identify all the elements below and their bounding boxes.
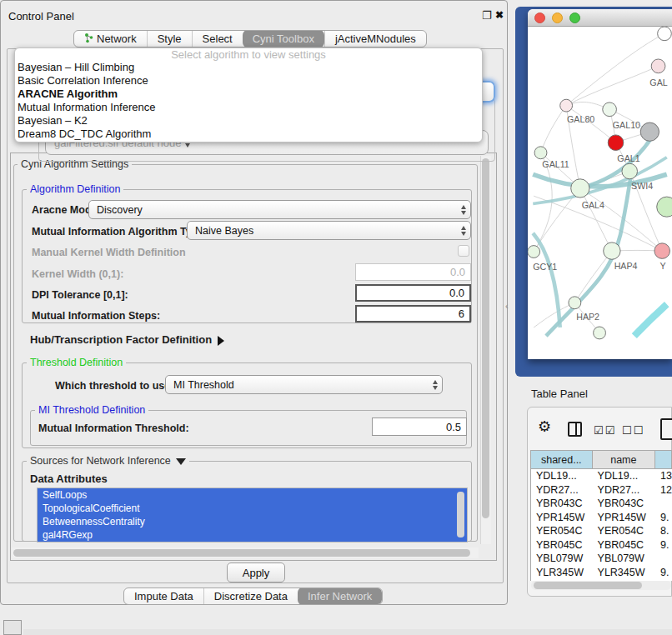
kernel-width-field[interactable]: 0.0 (355, 263, 471, 281)
table-cell: YBR043C (531, 497, 593, 511)
network-edge-thick[interactable] (634, 304, 667, 336)
table-row[interactable]: YDL19...YDL19...13 (531, 469, 672, 483)
manual-kernel-width-checkbox[interactable] (458, 245, 469, 257)
table-function-icon[interactable] (660, 418, 672, 440)
table-cell: YER054C (531, 524, 593, 538)
network-edge[interactable] (580, 188, 612, 251)
algorithm-option[interactable]: ARACNE Algorithm (15, 88, 482, 101)
table-cell: YDL19... (593, 469, 656, 483)
tab-jactivemnodules[interactable]: jActiveMNodules (324, 31, 426, 47)
network-node-label: Y (659, 261, 665, 271)
deselect-all-checkboxes-icon[interactable]: ☐☐ (622, 424, 644, 437)
network-node-gal1[interactable] (608, 135, 624, 151)
table-cell: YER054C (593, 524, 656, 538)
apply-button-label: Apply (243, 567, 270, 579)
table-row[interactable]: YLR345WYLR345W9. (531, 566, 672, 580)
attributes-scrollbar-thumb[interactable] (457, 492, 464, 538)
column-chooser-icon[interactable] (568, 422, 582, 437)
network-node[interactable] (640, 122, 659, 141)
table-row[interactable]: YER054CYER054C8. (531, 524, 672, 538)
table-column-header[interactable]: name (593, 451, 656, 468)
tab-cyni-toolbox[interactable]: Cyni Toolbox (243, 30, 324, 48)
network-edge[interactable] (574, 251, 612, 302)
network-node-gal80[interactable] (560, 99, 573, 112)
network-node[interactable] (658, 27, 672, 41)
data-attribute-item[interactable]: BetweennessCentrality (38, 515, 467, 528)
mi-threshold-field[interactable]: 0.5 (372, 418, 467, 436)
network-window-titlebar[interactable] (528, 9, 672, 27)
table-column-header[interactable]: shared... (531, 451, 593, 468)
algorithm-option[interactable]: Bayesian – Hill Climbing (15, 61, 482, 74)
manual-kernel-width-label: Manual Kernel Width Definition (32, 247, 186, 258)
control-panel-title: Control Panel (8, 10, 74, 22)
tab-label: Network (97, 32, 137, 45)
tab-select[interactable]: Select (192, 31, 243, 47)
screen: Control Panel ❐ ✖ NetworkStyleSelectCyni… (0, 0, 672, 635)
data-attributes-list[interactable]: SelfLoopsTopologicalCoefficientBetweenne… (37, 488, 468, 542)
algorithm-option[interactable]: Basic Correlation Inference (15, 74, 482, 88)
zoom-traffic-light-icon[interactable] (569, 12, 580, 23)
float-window-icon[interactable]: ❐ (482, 9, 492, 22)
network-node-y[interactable] (654, 243, 670, 259)
aracne-mode-combo[interactable]: Discovery (88, 200, 471, 219)
network-node-hap2[interactable] (569, 297, 581, 309)
close-traffic-light-icon[interactable] (534, 12, 545, 23)
bottom-tab-impute-data[interactable]: Impute Data (124, 588, 203, 604)
table-cell: 9. (655, 538, 672, 552)
mi-steps-field[interactable]: 6 (355, 305, 471, 322)
table-cell: YBR045C (593, 538, 656, 552)
close-icon[interactable]: ✖ (495, 9, 504, 21)
mi-algorithm-type-combo[interactable]: Naive Bayes (187, 221, 471, 240)
which-threshold-combo[interactable]: MI Threshold (165, 375, 443, 394)
dpi-tolerance-field[interactable]: 0.0 (355, 284, 471, 302)
network-node-gal4[interactable] (571, 179, 589, 198)
hub-definition-toggle[interactable]: Hub/Transcription Factor Definition (30, 333, 224, 346)
kernel-width-label: Kernel Width (0,1): (32, 268, 123, 280)
data-attribute-item[interactable]: gal4RGexp (38, 528, 467, 542)
network-node-gcy1[interactable] (528, 246, 540, 258)
network-node-hap4[interactable] (604, 242, 620, 259)
collapsed-panel-button[interactable] (3, 620, 22, 635)
table-row[interactable]: YBR045CYBR045C9. (531, 538, 672, 552)
table-row[interactable]: YBL079WYBL079W (531, 552, 672, 566)
network-node-gal10[interactable] (603, 102, 617, 117)
table-row[interactable]: YBR043CYBR043C (531, 497, 672, 511)
settings-vertical-scrollbar-thumb[interactable] (482, 158, 489, 518)
select-all-checkboxes-icon[interactable]: ☑☑ (594, 424, 616, 437)
network-node-gal[interactable] (651, 59, 665, 73)
network-node[interactable] (657, 197, 672, 217)
network-node[interactable] (594, 327, 606, 339)
gear-icon[interactable]: ⚙ (538, 419, 551, 434)
tab-network[interactable]: Network (74, 31, 147, 47)
table-horizontal-scrollbar-thumb[interactable] (534, 582, 642, 589)
network-node-label: GAL1 (617, 153, 639, 163)
network-node-gal11[interactable] (534, 147, 547, 159)
table-cell: YBR043C (593, 497, 656, 511)
settings-horizontal-scrollbar-thumb[interactable] (13, 549, 470, 557)
network-canvas[interactable]: GALGAL80GAL10GAL1GAL11SWI4GAL4GCY1HAP4YH… (528, 27, 672, 359)
list-item[interactable] (38, 542, 467, 542)
algorithm-option[interactable]: Mutual Information Inference (15, 101, 482, 114)
expanded-arrow-icon (176, 458, 186, 465)
algorithm-option[interactable]: Bayesian – K2 (15, 114, 482, 128)
bottom-tab-label: Discretize Data (214, 590, 288, 602)
algorithm-option[interactable]: Dream8 DC_TDC Algorithm (15, 128, 482, 141)
bottom-tab-infer-network[interactable]: Infer Network (298, 588, 382, 605)
network-edge[interactable] (580, 188, 662, 251)
table-cell: 9. (655, 566, 672, 580)
tab-style[interactable]: Style (147, 31, 192, 47)
sources-legend[interactable]: Sources for Network Inference (27, 455, 189, 467)
bottom-tab-discretize-data[interactable]: Discretize Data (203, 588, 298, 604)
network-node-swi4[interactable] (622, 163, 638, 179)
network-edge[interactable] (541, 106, 567, 153)
data-attribute-item[interactable]: TopologicalCoefficient (38, 502, 467, 515)
table-row[interactable]: YPR145WYPR145W9. (531, 511, 672, 525)
network-edge[interactable] (566, 66, 658, 105)
tab-label: Select (203, 32, 233, 45)
split-pane-arrow-icon[interactable]: ‹ (505, 301, 509, 311)
table-column-header[interactable] (655, 451, 672, 468)
table-row[interactable]: YDR27...YDR27...12 (531, 483, 672, 498)
minimize-traffic-light-icon[interactable] (552, 12, 563, 23)
apply-button[interactable]: Apply (227, 562, 285, 582)
data-attribute-item[interactable]: SelfLoops (38, 488, 467, 502)
